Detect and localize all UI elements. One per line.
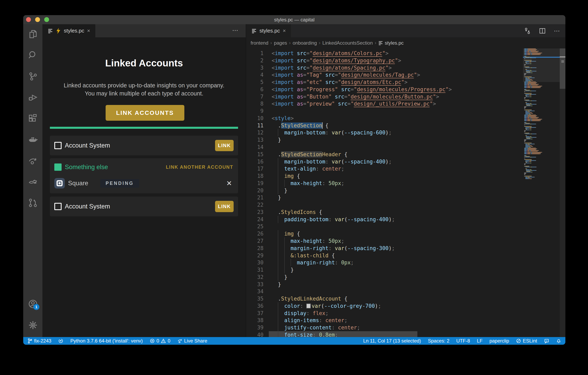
account-icon[interactable]: 1 [28,299,38,309]
code-line[interactable]: .StyledSection { [272,122,523,129]
zoom-traffic-light[interactable] [44,17,49,22]
code-line[interactable]: <import as="Progress" src="design/molecu… [272,86,523,93]
code-line[interactable] [272,201,523,208]
code-line[interactable]: align-items: center; [272,317,523,324]
code-line[interactable]: <import as="Button" src="design/molecule… [272,93,523,100]
code-line[interactable]: } [272,136,523,144]
code-line[interactable] [272,223,523,230]
code-line[interactable]: } [272,273,523,281]
checkbox[interactable] [54,142,62,149]
source-control-icon[interactable] [28,72,38,81]
link-button[interactable]: LINK [215,201,234,212]
code-line[interactable]: &:last-child { [272,252,523,259]
code-line[interactable]: margin-right: 0px; [272,259,523,266]
code-line[interactable]: .StyledIcons { [272,208,523,216]
checked-checkbox[interactable] [54,164,62,171]
code-line[interactable]: .StyledSectionHeader { [272,151,523,158]
problems-status-item[interactable]: 0 0 [150,338,170,344]
minimap-line [536,61,536,62]
minimap[interactable] [523,48,560,337]
code-line[interactable]: .StyledLinkedAccount { [272,295,523,302]
code-line[interactable]: } [272,266,523,273]
linter-status-item[interactable]: ESLint [516,338,537,344]
explorer-icon[interactable] [28,29,38,39]
close-icon[interactable]: × [283,28,286,34]
extensions-icon[interactable] [28,114,38,123]
code-line[interactable]: <import as="Tag" src="design/molecules/T… [272,71,523,79]
minimap-line [536,91,536,91]
code-line[interactable]: <import as="etc" src="design/atoms/Etc.p… [272,79,523,86]
more-actions-icon[interactable]: ⋯ [554,27,561,34]
code-line[interactable] [272,144,523,151]
breadcrumb-item[interactable]: onboarding [293,40,317,46]
tab-styles-pc-preview[interactable]: styles.pc × [42,24,95,37]
code-line[interactable]: <import src="design/atoms/Colors.pc"> [272,50,523,57]
sync-status-item[interactable] [58,338,63,344]
breadcrumb-item[interactable]: LinkedAccountsSection [323,40,373,46]
code-line[interactable]: max-height: 50px; [272,180,523,187]
code-line[interactable]: justify-content: center; [272,324,523,331]
close-traffic-light[interactable] [26,17,31,22]
python-interpreter-item[interactable]: Python 3.7.6 64-bit ('install': venv) [70,338,143,344]
live-share-status-item[interactable]: Live Share [177,338,207,344]
code-line[interactable]: img { [272,172,523,180]
docker-icon[interactable] [28,135,38,144]
scrollbar-thumb[interactable] [560,48,565,89]
line-number: 7 [252,93,263,100]
code-line[interactable]: display: flex; [272,310,523,317]
minimize-traffic-light[interactable] [35,17,40,22]
eol-item[interactable]: LF [477,338,483,344]
bird-icon[interactable] [28,177,38,187]
breadcrumb-item[interactable]: pages [274,40,287,46]
code-line[interactable]: padding-bottom: var(--spacing-400); [272,216,523,223]
code-line[interactable]: color: var(--color-grey-700); [272,302,523,310]
code-line[interactable]: <import src="design/atoms/Typography.pc"… [272,57,523,64]
more-actions-icon[interactable]: ⋯ [232,27,239,34]
code-line[interactable]: text-align: center; [272,165,523,172]
minimap-line [529,145,529,146]
link-accounts-button[interactable]: LINK ACCOUNTS [105,105,184,121]
tab-styles-pc[interactable]: styles.pc × [246,24,291,37]
search-icon[interactable] [28,50,38,60]
code-line[interactable]: } [272,187,523,194]
code-line[interactable]: <style> [272,115,523,122]
window-title: styles.pc — capital [274,17,315,23]
code-line[interactable]: max-height: 50px; [272,237,523,245]
curved-arrow-icon[interactable] [28,156,38,166]
branch-status-item[interactable]: fix-2243 [27,338,51,344]
settings-gear-icon[interactable] [28,320,38,330]
code-line[interactable]: } [272,281,523,288]
breadcrumb-item[interactable]: frontend [251,40,268,46]
encoding-item[interactable]: UTF-8 [456,338,470,344]
remove-account-icon[interactable]: ✕ [226,179,232,187]
code-line[interactable]: margin-bottom: var(--spacing-600); [272,129,523,136]
code-content[interactable]: <import src="design/atoms/Colors.pc"><im… [272,48,523,337]
link-button[interactable]: LINK [215,140,234,151]
feedback-item[interactable] [544,338,549,344]
open-changes-icon[interactable] [524,27,531,34]
code-line[interactable]: margin-right: var(--spacing-300); [272,245,523,252]
link-another-account-button[interactable]: LINK ANOTHER ACCOUNT [166,165,233,170]
git-pull-request-icon[interactable] [28,198,38,208]
close-icon[interactable]: × [87,28,90,34]
language-mode-item[interactable]: paperclip [489,338,509,344]
cursor-position-item[interactable]: Ln 11, Col 17 (13 selected) [363,338,421,344]
minimap-line [528,86,531,86]
code-line[interactable] [272,107,523,115]
code-line[interactable]: <import as="preview" src="design/_utils/… [272,100,523,107]
notifications-item[interactable] [556,338,561,344]
breadcrumb-file[interactable]: styles.pc [378,40,403,46]
code-line[interactable]: img { [272,230,523,237]
code-line[interactable]: margin-bottom: var(--spacing-400); [272,158,523,165]
run-debug-icon[interactable] [28,93,38,102]
code-editor[interactable]: 1234567891011121314151617181920212223242… [246,48,565,337]
code-line[interactable] [272,288,523,295]
code-line[interactable]: font-size: 0.8em; [272,331,523,337]
code-line[interactable]: <import src="design/atoms/Spacing.pc"> [272,64,523,72]
minimap-line [536,94,536,95]
color-swatch[interactable] [306,303,311,308]
code-line[interactable]: } [272,194,523,201]
split-editor-icon[interactable] [539,27,546,34]
checkbox[interactable] [54,203,62,210]
indentation-item[interactable]: Spaces: 2 [428,338,450,344]
